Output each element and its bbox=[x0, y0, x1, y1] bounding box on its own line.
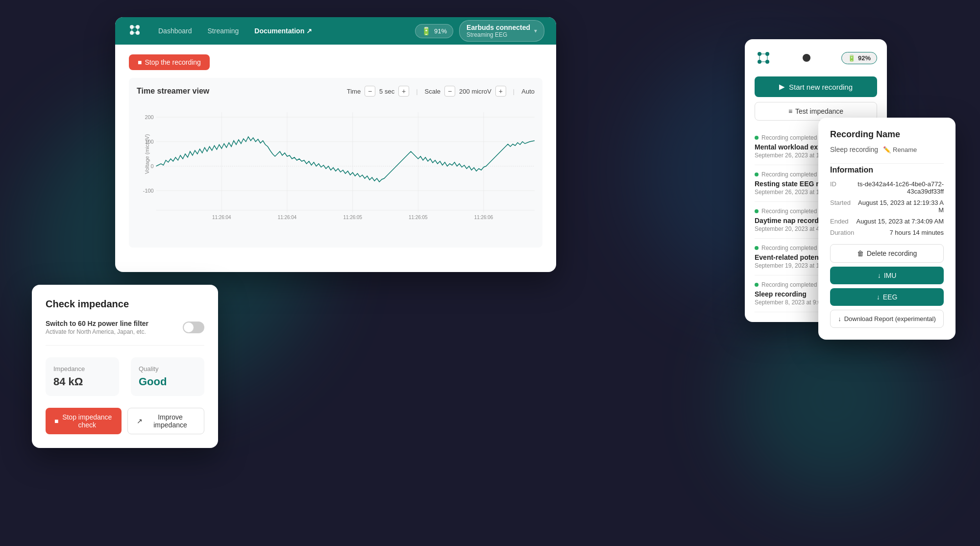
detail-started-row: Started August 15, 2023 at 12:19:33 AM bbox=[830, 199, 944, 214]
svg-text:11:26:05: 11:26:05 bbox=[409, 215, 428, 220]
play-icon: ▶ bbox=[779, 82, 785, 91]
y-axis-label: Voltage (microV) bbox=[144, 134, 150, 174]
eeg-download-button[interactable]: ↓ EEG bbox=[830, 288, 944, 306]
panel-battery-pct: 92% bbox=[858, 54, 871, 62]
eeg-label: EEG bbox=[883, 293, 898, 301]
svg-text:11:26:04: 11:26:04 bbox=[278, 215, 297, 220]
status-dot bbox=[755, 283, 759, 287]
start-recording-label: Start new recording bbox=[789, 83, 853, 91]
nav-streaming[interactable]: Streaming bbox=[208, 27, 239, 35]
detail-duration-row: Duration 7 hours 14 minutes bbox=[830, 229, 944, 236]
nav-right: 🔋 91% Earbuds connected Streaming EEG ▾ bbox=[415, 20, 544, 42]
time-value: 5 sec bbox=[379, 88, 394, 95]
test-impedance-label: Test impedance bbox=[795, 107, 843, 115]
status-dot bbox=[755, 136, 759, 140]
nav-documentation[interactable]: Documentation ↗ bbox=[254, 27, 312, 35]
stop-square-icon: ■ bbox=[138, 58, 142, 66]
toggle-row: Switch to 60 Hz power line filter Activa… bbox=[46, 320, 204, 346]
improve-icon: ↗ bbox=[137, 417, 143, 425]
rename-label: Rename bbox=[893, 146, 917, 153]
stop-icon: ■ bbox=[54, 417, 58, 425]
hz-toggle[interactable] bbox=[183, 322, 204, 333]
ended-value: August 15, 2023 at 7:34:09 AM bbox=[856, 218, 944, 225]
impedance-buttons: ■ Stop impedance check ↗ Improve impedan… bbox=[46, 408, 204, 434]
pencil-icon: ✏️ bbox=[883, 146, 891, 153]
started-value: August 15, 2023 at 12:19:33 AM bbox=[856, 199, 944, 214]
scale-minus-button[interactable]: − bbox=[444, 86, 455, 97]
id-value: ts-de342a44-1c26-4be0-a772-43ca39df33ff bbox=[856, 180, 944, 195]
time-label: Time bbox=[347, 88, 361, 95]
panel-battery-icon: 🔋 bbox=[848, 54, 856, 62]
svg-text:200: 200 bbox=[145, 114, 153, 120]
quality-metric-value: Good bbox=[139, 375, 196, 388]
detail-id-row: ID ts-de342a44-1c26-4be0-a772-43ca39df33… bbox=[830, 180, 944, 195]
impedance-metric-box: Impedance 84 kΩ bbox=[46, 357, 119, 396]
toggle-label-group: Switch to 60 Hz power line filter Activa… bbox=[46, 320, 148, 335]
chart-title: Time streamer view bbox=[137, 87, 209, 96]
nav-logo bbox=[127, 22, 143, 40]
impedance-metric-value: 84 kΩ bbox=[53, 375, 111, 388]
started-key: Started bbox=[830, 199, 851, 214]
stop-impedance-button[interactable]: ■ Stop impedance check bbox=[46, 408, 122, 434]
auto-label: Auto bbox=[521, 88, 535, 95]
imu-download-button[interactable]: ↓ IMU bbox=[830, 267, 944, 284]
detail-actions: 🗑 Delete recording ↓ IMU ↓ EEG ↓ Downloa… bbox=[830, 244, 944, 328]
nav-dashboard[interactable]: Dashboard bbox=[158, 27, 192, 35]
impedance-card: Check impedance Switch to 60 Hz power li… bbox=[32, 285, 218, 448]
earbuds-status[interactable]: Earbuds connected Streaming EEG ▾ bbox=[459, 20, 544, 42]
main-nav: Dashboard Streaming Documentation ↗ 🔋 91… bbox=[115, 17, 556, 45]
improve-impedance-button[interactable]: ↗ Improve impedance bbox=[127, 408, 204, 434]
svg-text:11:26:04: 11:26:04 bbox=[212, 215, 231, 220]
earbuds-chevron-icon: ▾ bbox=[534, 27, 537, 34]
status-label: Recording completed bbox=[761, 208, 817, 215]
svg-text:11:26:06: 11:26:06 bbox=[474, 215, 493, 220]
status-label: Recording completed bbox=[761, 245, 817, 251]
status-dot bbox=[755, 173, 759, 176]
download-report-button[interactable]: ↓ Download Report (experimental) bbox=[830, 310, 944, 328]
delete-recording-button[interactable]: 🗑 Delete recording bbox=[830, 244, 944, 263]
time-minus-button[interactable]: − bbox=[365, 86, 375, 97]
info-section-title: Information bbox=[830, 166, 944, 174]
earbuds-subtitle: Streaming EEG bbox=[466, 31, 530, 38]
ended-key: Ended bbox=[830, 218, 849, 225]
time-plus-button[interactable]: + bbox=[398, 86, 409, 97]
status-dot bbox=[755, 246, 759, 250]
delete-label: Delete recording bbox=[867, 249, 917, 257]
panel-battery: 🔋 92% bbox=[841, 52, 877, 64]
divider bbox=[830, 163, 944, 164]
chart-section: Time streamer view Time − 5 sec + | Scal… bbox=[129, 78, 542, 248]
stop-impedance-label: Stop impedance check bbox=[61, 413, 113, 429]
main-window: Dashboard Streaming Documentation ↗ 🔋 91… bbox=[115, 17, 556, 272]
trash-icon: 🗑 bbox=[857, 249, 864, 257]
imu-label: IMU bbox=[884, 272, 897, 279]
svg-text:11:26:05: 11:26:05 bbox=[343, 215, 362, 220]
toggle-main-label: Switch to 60 Hz power line filter bbox=[46, 320, 148, 327]
impedance-metric-label: Impedance bbox=[53, 365, 111, 372]
detail-name-row: Sleep recording ✏️ Rename bbox=[830, 146, 944, 153]
nav-battery-badge: 🔋 91% bbox=[415, 24, 453, 38]
report-icon: ↓ bbox=[838, 315, 841, 323]
rename-button[interactable]: ✏️ Rename bbox=[883, 146, 917, 153]
panel-logo bbox=[755, 49, 772, 67]
svg-text:0: 0 bbox=[151, 163, 154, 169]
status-dot bbox=[755, 209, 759, 213]
chart-controls: Time − 5 sec + | Scale − 200 microV + | … bbox=[347, 86, 535, 97]
detail-ended-row: Ended August 15, 2023 at 7:34:09 AM bbox=[830, 218, 944, 225]
download-eeg-icon: ↓ bbox=[877, 293, 880, 301]
start-recording-button[interactable]: ▶ Start new recording bbox=[755, 76, 877, 97]
battery-icon: 🔋 bbox=[421, 26, 431, 36]
quality-metric-box: Quality Good bbox=[131, 357, 204, 396]
impedance-title: Check impedance bbox=[46, 298, 204, 310]
stop-recording-button[interactable]: ■ Stop the recording bbox=[129, 54, 210, 70]
improve-label: Improve impedance bbox=[146, 413, 195, 429]
scale-label: Scale bbox=[425, 88, 441, 95]
impedance-icon: ≡ bbox=[788, 107, 792, 115]
panel-status-dot bbox=[803, 54, 810, 62]
detail-panel: Recording Name Sleep recording ✏️ Rename… bbox=[818, 118, 956, 340]
id-key: ID bbox=[830, 180, 836, 195]
earbuds-title: Earbuds connected bbox=[466, 24, 530, 31]
status-label: Recording completed bbox=[761, 281, 817, 288]
nav-battery-pct: 91% bbox=[434, 27, 447, 35]
scale-plus-button[interactable]: + bbox=[495, 86, 506, 97]
status-label: Recording completed bbox=[761, 171, 817, 178]
